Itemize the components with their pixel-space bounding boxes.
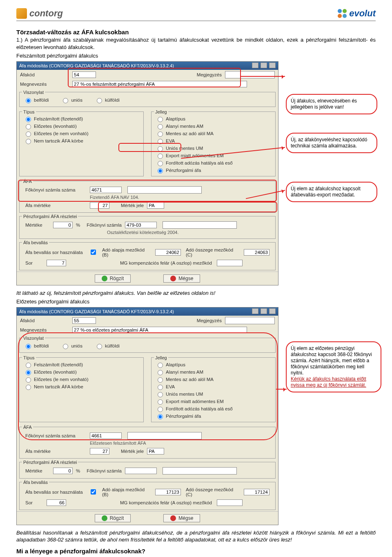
afa-fieldset: ÁFA Főkönyvi számla száma Fizetendő ÁFA …	[19, 179, 276, 213]
fokonyvi-dropdown[interactable]	[127, 186, 202, 194]
afakod-input[interactable]	[72, 71, 96, 78]
jelleg-forditott-2[interactable]: Fordított adózás hatálya alá eső	[156, 405, 271, 412]
elozetesen-label: Előzetesen felszámított ÁFA	[87, 441, 273, 447]
mg-input-2[interactable]	[217, 499, 243, 506]
save-button-2[interactable]: Rögzít	[95, 514, 131, 522]
fokonyvi-input[interactable]	[90, 187, 122, 193]
ado-c-label: Adó összege mezőkód (C)	[186, 247, 239, 257]
jelleg-ma-2[interactable]: Mentes az adó alól MA	[156, 376, 271, 383]
jelleg-fieldset: Jelleg Alaptípus Alanyi mentes AM Mentes…	[151, 109, 276, 176]
afa-dialog-1: Áfa módosítás (CONTORG GAZDASÁGI TANÁCSA…	[16, 61, 278, 285]
close-icon[interactable]	[269, 62, 276, 68]
merteke-input[interactable]	[90, 202, 109, 209]
jelleg-eva[interactable]: EVA	[156, 138, 271, 144]
jelleg-um-2[interactable]: Uniós mentes UM	[156, 391, 271, 397]
visz-kulfoldi-2[interactable]: külföldi	[95, 343, 120, 349]
afakod-label-2: Áfakód	[20, 318, 69, 323]
jelleg-um[interactable]: Uniós mentes UM	[156, 145, 271, 152]
afakod-input-2[interactable]	[72, 317, 96, 324]
megnevezes-input-2[interactable]	[72, 327, 247, 333]
evolut-text: evolut	[349, 8, 376, 19]
maximize-icon[interactable]	[261, 308, 267, 314]
visz-belfoldi-2[interactable]: belföldi	[24, 343, 49, 349]
fokonyvi-dropdown-2[interactable]	[127, 432, 202, 439]
jelleg-alaptipus-2[interactable]: Alaptípus	[156, 361, 271, 368]
ado-b-label-2: Adó alapja mezőkód (B)	[102, 487, 150, 497]
sor-input[interactable]	[47, 260, 66, 266]
tipus-felszamitott[interactable]: Felszámított (fizetendő)	[24, 116, 139, 122]
closing-paragraph: Beállításai hasonlítanak a felszámított …	[16, 529, 376, 544]
visz-belfoldi[interactable]: belföldi	[24, 97, 49, 103]
mg-input[interactable]	[217, 260, 243, 266]
afa-dialog-2: Áfa módosítás (CONTORG GAZDASÁGI TANÁCSA…	[16, 307, 278, 525]
tipus-felszamitott-2[interactable]: Felszámított (fizetendő)	[24, 361, 139, 368]
penz-merteke-input[interactable]	[53, 222, 73, 228]
tipus-elozetes-levonhato-2[interactable]: Előzetes (levonható)	[24, 369, 139, 375]
mertekjele-input-2[interactable]	[147, 448, 164, 455]
visz-kulfoldi[interactable]: külföldi	[95, 97, 120, 103]
megjegyzes-label-2: Megjegyzés	[197, 318, 222, 323]
penz-fk-input-2[interactable]	[125, 468, 157, 474]
jelleg-em[interactable]: Export miatt adómentes EM	[156, 152, 271, 159]
bev-sor-label: Áfa bevallás sor használata	[25, 250, 84, 255]
megnevezes-input[interactable]	[72, 81, 247, 87]
intro-paragraph: 1.) A pénzforgalmi áfa szabályainak megv…	[16, 36, 376, 51]
save-button[interactable]: Rögzít	[95, 274, 131, 283]
jelleg-penzforgalmi[interactable]: Pénzforgalmi áfa	[156, 167, 271, 174]
check-icon	[102, 515, 107, 521]
dialog1-wrap: Áfa módosítás (CONTORG GAZDASÁGI TANÁCSA…	[16, 61, 376, 285]
tipus-elozetes-nem-2[interactable]: Előzetes (le nem vonható)	[24, 376, 139, 383]
megjegyzes-input[interactable]	[225, 71, 275, 78]
jelleg-eva-2[interactable]: EVA	[156, 383, 271, 390]
window-controls[interactable]	[251, 62, 276, 69]
jelleg-em-2[interactable]: Export miatt adómentes EM	[156, 398, 271, 405]
tipus-nem-afa-2[interactable]: Nem tartozik ÁFA körbe	[24, 383, 139, 390]
bev-sor-checkbox-2[interactable]	[91, 489, 96, 495]
ado-c-input[interactable]	[244, 249, 270, 256]
mertekjele-input[interactable]	[147, 202, 164, 209]
minimize-icon[interactable]	[252, 308, 258, 314]
afakod-label: Áfakód	[20, 72, 69, 77]
bev-sor-checkbox[interactable]	[91, 250, 96, 255]
sor-input-2[interactable]	[47, 499, 66, 506]
close-icon[interactable]	[269, 308, 276, 314]
question-paragraph: A pénzforgalmi áfához kapcsolódó főkönyv…	[16, 555, 376, 557]
minimize-icon[interactable]	[252, 62, 258, 68]
maximize-icon[interactable]	[261, 62, 267, 68]
fokonyvi-label-2: Főkönyvi számla száma	[25, 433, 87, 438]
window-controls-2[interactable]	[251, 308, 276, 315]
fokonyvi-input-2[interactable]	[90, 432, 122, 439]
penz-legend: Pénzforgalmi ÁFA részletei	[22, 214, 78, 219]
penz-fk-input[interactable]	[125, 222, 157, 228]
ado-b-input[interactable]	[155, 249, 181, 256]
megjegyzes-input-2[interactable]	[225, 317, 275, 324]
ado-b-input-2[interactable]	[155, 489, 181, 495]
tipus-fieldset: Típus Felszámított (fizetendő) Előzetes …	[19, 109, 144, 176]
ado-c-input-2[interactable]	[244, 489, 270, 495]
tipus-nem-afa[interactable]: Nem tartozik ÁFA körbe	[24, 138, 139, 144]
jelleg-am[interactable]: Alanyi mentes AM	[156, 123, 271, 129]
titlebar: Áfa módosítás (CONTORG GAZDASÁGI TANÁCSA…	[17, 62, 278, 70]
tipus-elozetes-levonhato[interactable]: Előzetes (levonható)	[24, 123, 139, 129]
penz-fk-dropdown-2[interactable]	[163, 467, 237, 475]
visz-unios-2[interactable]: uniós	[61, 343, 82, 349]
visz-unios[interactable]: uniós	[61, 97, 82, 103]
penz-merteke-input-2[interactable]	[53, 468, 73, 474]
penz-fk-dropdown[interactable]	[163, 221, 237, 229]
tipus-legend: Típus	[22, 109, 36, 114]
megnevezes-label: Megnevezés	[20, 82, 69, 87]
bevallas-fieldset-2: Áfa bevallás Áfa bevallás sor használata…	[19, 480, 276, 510]
jelleg-ma[interactable]: Mentes az adó alól MA	[156, 130, 271, 137]
fizetendo-label: Fizetendő ÁFA NAV 104.	[87, 195, 273, 201]
mg-label: MG kompenzációs felár (A oszlop) mezőkód	[120, 261, 212, 265]
jelleg-forditott[interactable]: Fordított adózás hatálya alá eső	[156, 160, 271, 166]
merteke-input-2[interactable]	[90, 448, 109, 455]
tipus-elozetes-nem[interactable]: Előzetes (le nem vonható)	[24, 130, 139, 137]
jelleg-penzforgalmi-2[interactable]: Pénzforgalmi áfa	[156, 413, 271, 419]
titlebar-text: Áfa módosítás (CONTORG GAZDASÁGI TANÁCSA…	[19, 63, 174, 68]
jelleg-am-2[interactable]: Alanyi mentes AM	[156, 369, 271, 375]
bevallas-fieldset: Áfa bevallás Áfa bevallás sor használata…	[19, 240, 276, 270]
cancel-button[interactable]: Mégse	[163, 274, 200, 283]
jelleg-alaptipus[interactable]: Alaptípus	[156, 116, 271, 122]
cancel-button-2[interactable]: Mégse	[163, 514, 200, 522]
